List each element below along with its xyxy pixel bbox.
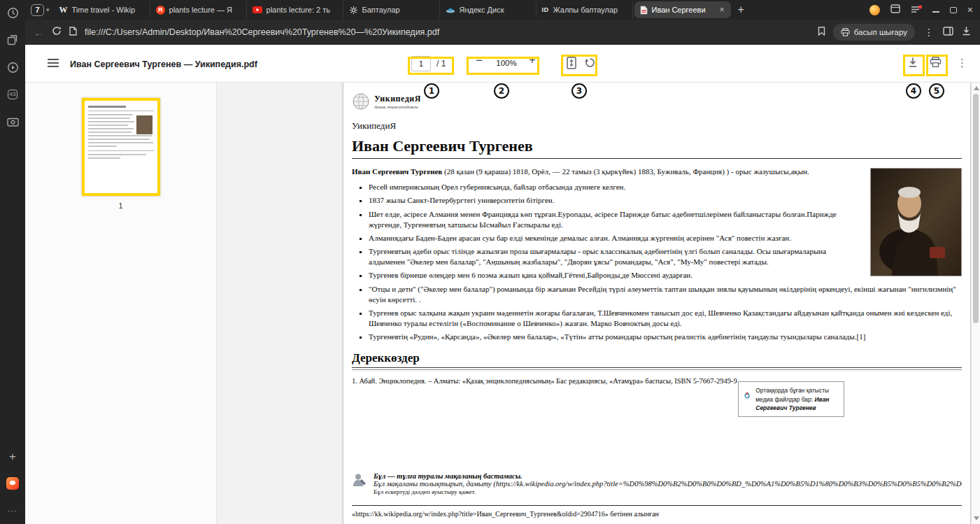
sidebar-more-icon[interactable]: ··· bbox=[6, 504, 19, 517]
stub-text: Бұл — тұлға туралы мақаланың бастамасы. … bbox=[374, 472, 962, 495]
pdf-toolbar: Иван Сергеевич Тургенев — Уикипедия.pdf … bbox=[25, 45, 980, 83]
rotate-page-button[interactable] bbox=[584, 57, 596, 71]
pdf-document-title: Иван Сергеевич Тургенев — Уикипедия.pdf bbox=[70, 59, 257, 69]
wikipedia-wordmark: УикипедиЯ Ашық энциклопедиясы bbox=[374, 94, 421, 109]
page-number-input[interactable]: 1 bbox=[411, 56, 431, 71]
tab-youtube-plants-lecture[interactable]: plants lecture: 2 ть bbox=[247, 1, 343, 18]
scrollbar-thumb[interactable] bbox=[973, 94, 979, 323]
sidebar-add-icon[interactable]: + bbox=[6, 450, 19, 462]
zoom-in-button[interactable]: + bbox=[525, 54, 540, 66]
print-page-button[interactable]: басып шығару bbox=[833, 24, 915, 41]
wikipedia-icon: W bbox=[59, 5, 68, 15]
chevron-down-icon: ▾ bbox=[46, 6, 50, 13]
file-icon bbox=[69, 26, 77, 38]
tab-bar: 7 ▾ W Time travel - Wikip Я plants lectu… bbox=[25, 0, 980, 20]
tabbar-right-controls: × bbox=[869, 3, 980, 16]
wikipedia-logo: УикипедиЯ Ашық энциклопедиясы bbox=[352, 88, 962, 115]
youtube-icon bbox=[253, 6, 262, 13]
print-button[interactable] bbox=[930, 57, 942, 71]
vertical-scrollbar bbox=[971, 83, 980, 524]
tab-label: plants lecture — Я bbox=[169, 6, 241, 14]
download-button[interactable] bbox=[907, 57, 918, 71]
site-name-line: УикипедиЯ bbox=[352, 120, 962, 132]
downloads-icon[interactable] bbox=[961, 26, 972, 38]
window-maximize-button[interactable] bbox=[950, 7, 957, 13]
counter-badge-icon[interactable]: 43 bbox=[6, 88, 19, 101]
gear-icon bbox=[349, 6, 358, 15]
zoom-out-button[interactable]: − bbox=[471, 54, 487, 68]
intro-rest: (28 қазан (9 қараша) 1818, Орёл, — 22 та… bbox=[442, 167, 809, 176]
thumbnail-panel: 1 bbox=[25, 83, 217, 524]
back-icon[interactable]: ← bbox=[34, 27, 44, 38]
tab-label: Жалпы баптаулар bbox=[553, 6, 627, 14]
article-bullet: "Отцы и дети" ("Әкелер мен балалар") ром… bbox=[369, 284, 962, 305]
tab-count-value: 7 bbox=[31, 4, 44, 16]
yandex-id-icon: ID bbox=[542, 6, 549, 13]
print-page-label: басып шығару bbox=[854, 28, 907, 36]
footer-rule bbox=[352, 505, 962, 506]
commons-logo-icon bbox=[744, 386, 751, 404]
thumbnail-page-number: 1 bbox=[25, 201, 216, 210]
stub-edit-link[interactable]: Бұл мақаланы толықтырып, дамыту (https:/… bbox=[374, 480, 962, 488]
references-heading: Дереккөздер bbox=[352, 351, 962, 368]
stub-person-icon bbox=[352, 472, 367, 488]
tab-yandex-id-settings[interactable]: ID Жалпы баптаулар bbox=[537, 1, 633, 18]
side-panel-icon[interactable] bbox=[943, 26, 953, 38]
fit-page-button[interactable] bbox=[567, 57, 576, 72]
article-body: Иван Сергеевич Тургенев (28 қазан (9 қар… bbox=[352, 167, 962, 342]
viewer-more-icon[interactable]: ⋮ bbox=[957, 57, 967, 69]
tab-settings[interactable]: Баптаулар bbox=[343, 1, 440, 18]
bookmark-flag-icon[interactable] bbox=[818, 26, 825, 38]
video-play-icon[interactable] bbox=[6, 61, 19, 73]
orange-app-logo bbox=[6, 477, 19, 490]
tab-label: Яндекс Диск bbox=[460, 6, 530, 14]
article-title: Иван Сергеевич Тургенев bbox=[352, 137, 962, 159]
article-bullet: Тургеневтің «Рудин», «Қарсаңда», «Әкелер… bbox=[369, 332, 962, 342]
scroll-up-arrow[interactable] bbox=[974, 86, 979, 90]
url-field[interactable]: file:///C:/Users/Admin/Desktop/Иван%20Се… bbox=[85, 27, 810, 37]
tab-label: Time travel - Wikip bbox=[72, 6, 144, 14]
intro-subject: Иван Сергеевич Тургенев bbox=[352, 167, 442, 176]
notifications-icon[interactable] bbox=[911, 3, 922, 16]
window-minimize-button[interactable] bbox=[932, 11, 939, 13]
thumbnail-portrait bbox=[136, 115, 152, 134]
profile-avatar[interactable] bbox=[869, 5, 880, 15]
printer-icon bbox=[841, 28, 850, 36]
reference-item[interactable]: 1. Абай. Энциклопедия. – Алматы: «Қазақ … bbox=[352, 377, 791, 385]
references-section: 1. Абай. Энциклопедия. – Алматы: «Қазақ … bbox=[352, 377, 962, 461]
tab-wikipedia-time-travel[interactable]: W Time travel - Wikip bbox=[54, 1, 150, 18]
tab-label: Иван Сергееви bbox=[652, 6, 715, 14]
tab-label: plants lecture: 2 ть bbox=[267, 6, 337, 14]
panels-icon[interactable] bbox=[890, 3, 900, 16]
page-thumbnail[interactable] bbox=[82, 98, 160, 196]
tab-close-icon[interactable]: × bbox=[719, 5, 725, 15]
reload-icon[interactable] bbox=[52, 26, 62, 38]
page-total-label: / 1 bbox=[436, 59, 446, 69]
new-tab-button[interactable]: + bbox=[738, 3, 744, 16]
yandex-disk-icon bbox=[446, 6, 455, 14]
references-rule bbox=[352, 369, 962, 370]
retrieved-from-line[interactable]: «https://kk.wikipedia.org/w/index.php?ti… bbox=[352, 510, 962, 518]
pdf-viewer-area: УикипедиЯ Ашық энциклопедиясы УикипедиЯ … bbox=[217, 83, 980, 524]
history-icon[interactable] bbox=[6, 6, 19, 19]
tabs-stack-icon[interactable] bbox=[6, 34, 19, 46]
tab-yandex-disk[interactable]: Яндекс Диск bbox=[440, 1, 537, 18]
tab-yandex-plants-lecture[interactable]: Я plants lecture — Я bbox=[150, 1, 247, 18]
screenshot-icon[interactable] bbox=[6, 115, 19, 128]
yandex-messenger-icon[interactable] bbox=[6, 477, 19, 490]
badge-43: 43 bbox=[8, 90, 18, 99]
window-close-button[interactable]: × bbox=[967, 5, 973, 15]
browser-side-rail: 43 + ··· bbox=[0, 0, 25, 524]
scroll-down-arrow[interactable] bbox=[974, 516, 979, 521]
tab-pdf-turgenev[interactable]: Иван Сергееви × bbox=[634, 1, 731, 18]
logo-subtitle: Ашық энциклопедиясы bbox=[374, 104, 421, 109]
address-more-icon[interactable]: ⋮ bbox=[923, 27, 935, 38]
stub-notice: Бұл — тұлға туралы мақаланың бастамасы. … bbox=[352, 472, 962, 495]
menu-icon[interactable] bbox=[48, 59, 59, 69]
browser-window: 43 + ··· 7 ▾ W Time travel - Wikip Я pla… bbox=[0, 0, 980, 524]
tab-label: Баптаулар bbox=[362, 6, 434, 14]
stub-line-3: Бұл ескертуді дәлдеп ауыстыру қажет. bbox=[374, 488, 962, 495]
commons-box: Ортаққорда бұған қатысты медиа файлдар б… bbox=[738, 381, 844, 417]
stub-line-1: Бұл — тұлға туралы мақаланың бастамасы. bbox=[374, 472, 962, 480]
tab-counter[interactable]: 7 ▾ bbox=[31, 4, 50, 16]
